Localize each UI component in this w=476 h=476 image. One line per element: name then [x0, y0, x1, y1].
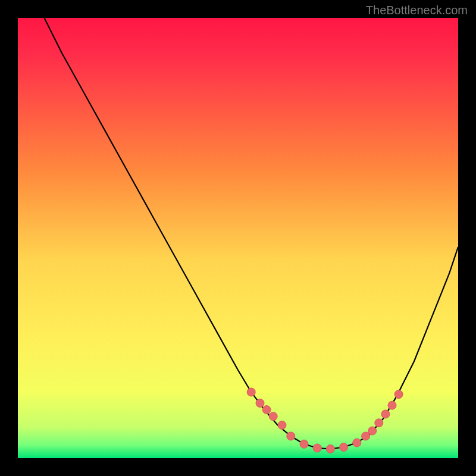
dot [287, 432, 295, 440]
dot [313, 444, 321, 452]
dot [388, 401, 396, 409]
dot [375, 419, 383, 427]
plot-background [18, 18, 458, 458]
dot [368, 427, 377, 435]
dot [262, 406, 271, 414]
dot [394, 390, 403, 399]
dot [326, 445, 334, 453]
watermark-text: TheBottleneck.com [366, 4, 468, 17]
dot [381, 410, 390, 418]
dot [353, 439, 361, 447]
dot [269, 412, 277, 421]
dot [300, 440, 308, 448]
dot [247, 388, 255, 396]
dot [340, 443, 348, 452]
dot [256, 399, 264, 408]
bottleneck-chart [0, 0, 476, 476]
dot [278, 421, 286, 430]
